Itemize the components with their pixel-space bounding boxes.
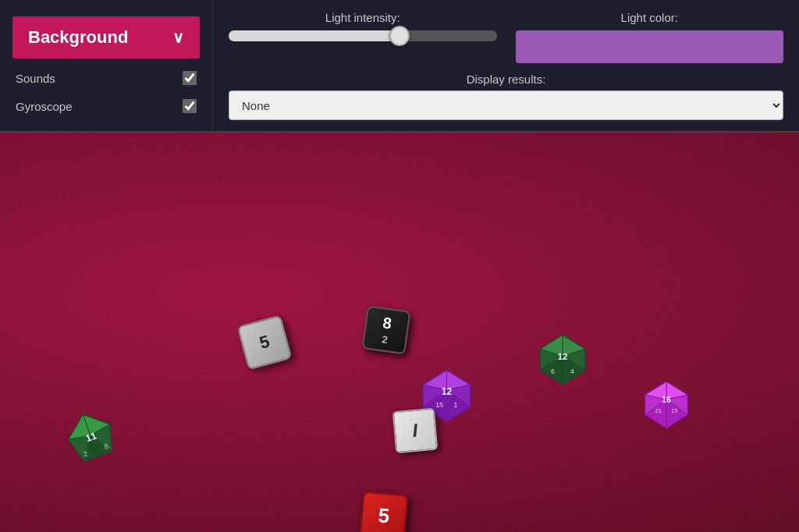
light-color-swatch[interactable] [516,30,784,63]
sounds-row: Sounds [12,69,200,87]
die-d20-dark-green[interactable]: 12 6 4 [534,332,591,388]
die-d6-red[interactable]: 5 [360,491,409,532]
background-button[interactable]: Background ∨ [12,16,200,59]
svg-text:1: 1 [453,401,457,409]
die-value: 5 [257,332,272,353]
display-results-select[interactable]: None Sum Individual Both [229,90,783,120]
sounds-checkbox[interactable] [183,71,197,85]
svg-text:16: 16 [662,395,671,404]
gyroscope-row: Gyroscope [12,98,200,115]
display-results-label: Display results: [229,73,783,86]
light-intensity-slider[interactable] [229,30,497,41]
svg-text:12: 12 [557,351,568,361]
die-value: 5 [377,503,390,528]
light-intensity-label: Light intensity: [325,11,400,24]
light-color-group: Light color: [516,11,784,63]
svg-text:15: 15 [671,407,678,414]
chevron-down-icon: ∨ [172,28,184,47]
die-value-top: 8 [382,314,392,332]
gyroscope-checkbox[interactable] [183,99,197,113]
light-color-label: Light color: [621,11,678,24]
svg-text:21: 21 [655,407,662,414]
dice-scene[interactable]: 5 8 2 12 6 4 11 2 8 12 [0,133,799,532]
display-results-group: Display results: None Sum Individual Bot… [229,73,783,120]
die-d6-white[interactable]: I [392,408,439,454]
svg-text:15: 15 [435,401,443,409]
sounds-label: Sounds [16,72,55,85]
die-d6-black[interactable]: 8 2 [361,305,410,354]
svg-text:4: 4 [570,367,574,375]
gyroscope-label: Gyroscope [16,100,73,113]
control-bar: Background ∨ Sounds Gyroscope Light inte… [0,0,799,133]
light-intensity-group: Light intensity: [229,11,497,41]
die-d10-green[interactable]: 11 2 8 [54,401,129,476]
svg-text:12: 12 [442,386,453,397]
die-d6-gray[interactable]: 5 [236,314,292,370]
die-value: I [411,420,418,442]
background-label: Background [28,27,128,48]
svg-text:6: 6 [551,367,555,375]
die-value-bottom: 2 [382,333,389,346]
die-d20-purple2[interactable]: 16 21 15 [640,378,693,431]
